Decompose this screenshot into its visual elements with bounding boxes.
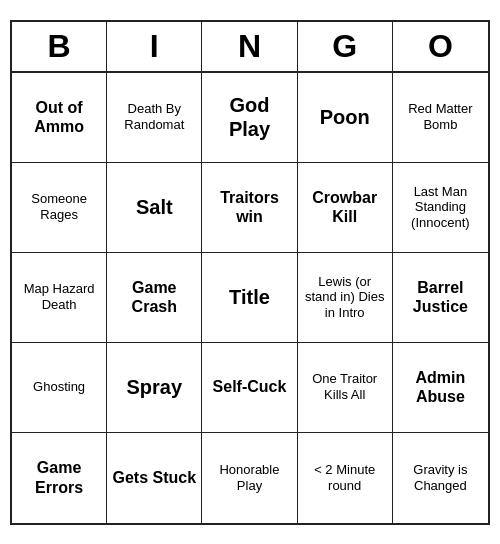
bingo-cell-4: Red Matter Bomb xyxy=(393,73,488,163)
bingo-cell-3: Poon xyxy=(298,73,393,163)
bingo-cell-18: One Traitor Kills All xyxy=(298,343,393,433)
cell-text-20: Game Errors xyxy=(16,458,102,496)
header-letter-O: O xyxy=(393,22,488,71)
bingo-cell-12: Title xyxy=(202,253,297,343)
header-letter-B: B xyxy=(12,22,107,71)
cell-text-8: Crowbar Kill xyxy=(302,188,388,226)
bingo-cell-2: God Play xyxy=(202,73,297,163)
header-letter-G: G xyxy=(298,22,393,71)
bingo-cell-23: < 2 Minute round xyxy=(298,433,393,523)
bingo-cell-24: Gravity is Changed xyxy=(393,433,488,523)
cell-text-1: Death By Randomat xyxy=(111,101,197,132)
bingo-card: BINGO Out of AmmoDeath By RandomatGod Pl… xyxy=(10,20,490,525)
cell-text-24: Gravity is Changed xyxy=(397,462,484,493)
cell-text-9: Last Man Standing (Innocent) xyxy=(397,184,484,231)
cell-text-21: Gets Stuck xyxy=(112,468,196,487)
cell-text-6: Salt xyxy=(136,195,173,219)
bingo-cell-8: Crowbar Kill xyxy=(298,163,393,253)
bingo-cell-20: Game Errors xyxy=(12,433,107,523)
bingo-cell-11: Game Crash xyxy=(107,253,202,343)
cell-text-4: Red Matter Bomb xyxy=(397,101,484,132)
cell-text-13: Lewis (or stand in) Dies in Intro xyxy=(302,274,388,321)
header-letter-I: I xyxy=(107,22,202,71)
bingo-cell-17: Self-Cuck xyxy=(202,343,297,433)
cell-text-17: Self-Cuck xyxy=(213,377,287,396)
cell-text-15: Ghosting xyxy=(33,379,85,395)
bingo-header: BINGO xyxy=(12,22,488,73)
bingo-cell-22: Honorable Play xyxy=(202,433,297,523)
cell-text-0: Out of Ammo xyxy=(16,98,102,136)
cell-text-10: Map Hazard Death xyxy=(16,281,102,312)
cell-text-18: One Traitor Kills All xyxy=(302,371,388,402)
bingo-cell-0: Out of Ammo xyxy=(12,73,107,163)
bingo-cell-15: Ghosting xyxy=(12,343,107,433)
cell-text-23: < 2 Minute round xyxy=(302,462,388,493)
cell-text-16: Spray xyxy=(126,375,182,399)
bingo-cell-21: Gets Stuck xyxy=(107,433,202,523)
bingo-cell-16: Spray xyxy=(107,343,202,433)
bingo-cell-14: Barrel Justice xyxy=(393,253,488,343)
cell-text-14: Barrel Justice xyxy=(397,278,484,316)
bingo-cell-9: Last Man Standing (Innocent) xyxy=(393,163,488,253)
cell-text-3: Poon xyxy=(320,105,370,129)
cell-text-11: Game Crash xyxy=(111,278,197,316)
bingo-cell-5: Someone Rages xyxy=(12,163,107,253)
bingo-cell-6: Salt xyxy=(107,163,202,253)
bingo-grid: Out of AmmoDeath By RandomatGod PlayPoon… xyxy=(12,73,488,523)
bingo-cell-1: Death By Randomat xyxy=(107,73,202,163)
cell-text-19: Admin Abuse xyxy=(397,368,484,406)
cell-text-5: Someone Rages xyxy=(16,191,102,222)
cell-text-12: Title xyxy=(229,285,270,309)
cell-text-7: Traitors win xyxy=(206,188,292,226)
cell-text-2: God Play xyxy=(206,93,292,141)
bingo-cell-10: Map Hazard Death xyxy=(12,253,107,343)
bingo-cell-19: Admin Abuse xyxy=(393,343,488,433)
bingo-cell-7: Traitors win xyxy=(202,163,297,253)
cell-text-22: Honorable Play xyxy=(206,462,292,493)
bingo-cell-13: Lewis (or stand in) Dies in Intro xyxy=(298,253,393,343)
header-letter-N: N xyxy=(202,22,297,71)
